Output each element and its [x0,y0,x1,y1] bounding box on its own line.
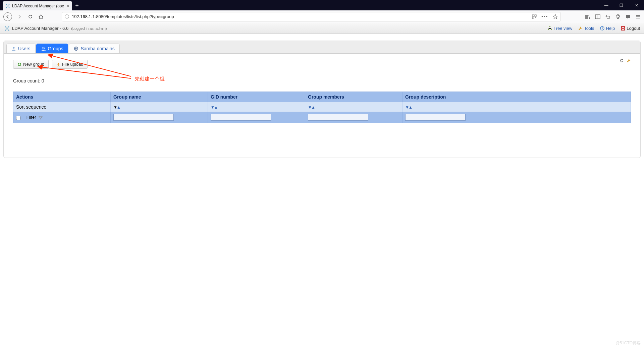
group-count-label: Group count: 0 [13,78,631,83]
help-icon: ? [600,26,604,31]
file-upload-button[interactable]: File upload [52,60,88,69]
th-gid[interactable]: GID number [208,92,305,102]
annotation-text: 先创建一个组 [135,76,165,82]
logout-link[interactable]: Logout [621,26,640,31]
close-window-button[interactable]: ✕ [629,0,644,10]
tab-users[interactable]: Users [6,44,36,53]
menu-icon[interactable] [635,14,641,19]
svg-rect-14 [549,26,550,27]
close-tab-icon[interactable]: × [64,3,69,9]
addon-icon[interactable] [615,14,621,19]
globe-icon [74,46,78,51]
svg-rect-5 [535,15,536,16]
svg-rect-16 [551,29,552,30]
svg-point-22 [13,47,15,49]
maximize-button[interactable]: ❐ [614,0,629,10]
address-bar[interactable]: ⓘ 192.168.1.1:8080/templates/lists/list.… [62,12,561,21]
sort-row: Sort sequence ▼▲ ▼▲ ▼▲ ▼▲ [13,102,631,112]
refresh-icon[interactable] [620,58,624,63]
filter-label: Filter [26,115,36,120]
app-header: LDAP Account Manager - 6.6 (Logged in as… [0,23,644,34]
tree-icon [548,26,552,31]
entity-tabs: Users Groups Samba domains [4,41,640,54]
th-description[interactable]: Group description [402,92,631,102]
groups-table: Actions Group name GID number Group memb… [13,92,631,123]
sidebar-icon[interactable] [595,14,600,19]
select-all-checkbox[interactable] [16,116,20,120]
undo-icon[interactable] [605,14,610,19]
help-link[interactable]: ?Help [600,26,615,31]
browser-tab-strip: LDAP Account Manager (ope × + — ❐ ✕ [0,0,644,10]
browser-toolbar: ⓘ 192.168.1.1:8080/templates/lists/list.… [0,10,644,23]
app-title: LDAP Account Manager - 6.6 [12,26,68,31]
browser-tab[interactable]: LDAP Account Manager (ope × [3,1,72,10]
svg-rect-6 [532,17,534,19]
home-button[interactable] [38,13,44,20]
new-group-button[interactable]: New group [13,60,49,69]
sort-members[interactable]: ▼▲ [308,105,315,110]
tab-groups[interactable]: Groups [36,44,68,53]
reload-button[interactable] [27,13,34,20]
svg-point-24 [44,48,45,49]
new-tab-button[interactable]: + [72,1,82,10]
content-card: Users Groups Samba domains New group Fil… [3,41,641,158]
group-icon [41,46,46,51]
info-icon[interactable]: ⓘ [65,14,69,20]
page-actions-icon[interactable]: ••• [541,14,548,19]
svg-line-32 [41,67,131,78]
filter-description-input[interactable] [405,114,466,121]
svg-rect-15 [548,29,549,30]
sort-description[interactable]: ▼▲ [405,105,412,110]
minimize-button[interactable]: — [599,0,614,10]
svg-text:?: ? [601,27,603,30]
plus-icon [17,62,21,66]
th-group-name[interactable]: Group name [111,92,208,102]
tab-title: LDAP Account Manager (ope [12,4,64,8]
svg-rect-7 [535,17,536,18]
library-icon[interactable] [585,14,590,19]
filter-group-name-input[interactable] [113,114,174,121]
filter-icon[interactable] [39,116,43,120]
sort-gid[interactable]: ▼▲ [211,105,217,110]
th-actions[interactable]: Actions [13,92,111,102]
upload-icon [56,62,60,66]
filter-gid-input[interactable] [211,114,271,121]
wrench-icon [578,26,583,31]
logout-icon [621,26,625,31]
url-text: 192.168.1.1:8080/templates/lists/list.ph… [72,14,174,19]
svg-rect-4 [532,15,534,16]
chat-icon[interactable] [625,14,631,19]
th-members[interactable]: Group members [305,92,402,102]
bookmark-star-icon[interactable] [553,14,558,19]
app-logo-icon [4,25,10,32]
svg-point-23 [42,47,44,49]
tree-view-link[interactable]: Tree view [548,26,572,31]
card-body: New group File upload 先创建一个组 Group count… [4,54,640,158]
favicon [5,4,10,8]
sort-group-name[interactable]: ▼▲ [113,105,120,110]
qr-icon[interactable] [532,14,537,19]
window-controls: — ❐ ✕ [599,0,644,10]
svg-point-0 [6,4,7,5]
user-icon [11,46,16,51]
svg-point-1 [9,4,10,5]
tab-samba[interactable]: Samba domains [69,44,119,53]
forward-button[interactable] [16,13,23,20]
sort-label: Sort sequence [13,102,111,112]
logged-in-label: (Logged in as: admin) [71,26,107,31]
svg-rect-8 [595,15,600,19]
tools-link[interactable]: Tools [578,26,594,31]
filter-row: Filter [13,112,631,123]
settings-wrench-icon[interactable] [626,58,631,63]
filter-members-input[interactable] [308,114,368,121]
svg-point-3 [9,7,10,8]
svg-point-2 [6,7,7,8]
back-button[interactable] [3,12,12,21]
